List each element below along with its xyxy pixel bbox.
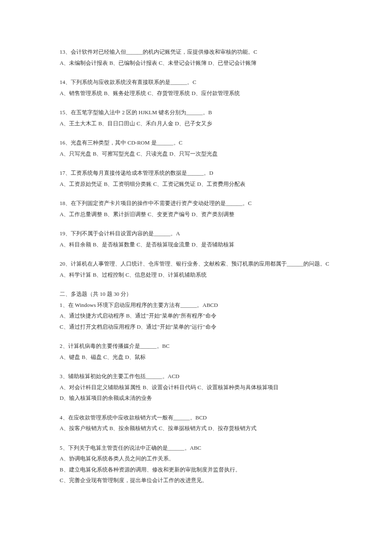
question-options: D、输入核算项目的余额或未清的业务 (60, 394, 332, 402)
question-block: 17、工资系统每月直接传递给成本管理系统的数据是______。DA、工资原始凭证… (60, 169, 332, 188)
question-options: A、按客户核销方式 B、按余额核销方式 C、按单据核销方式 D、按存货核销方式 (60, 424, 332, 433)
question-stem: 5、下列关于电算主管责任的说法中正确的是______。ABC (60, 444, 332, 452)
section-header: 二、多选题（共 10 题 30 分） (60, 290, 332, 298)
question-options: C、完善企业现有管理制度，提出单位会计工作的改进意见。 (60, 476, 332, 485)
question-block: 5、下列关于电算主管责任的说法中正确的是______。ABCA、协调电算化系统各… (60, 444, 332, 485)
question-stem: 13、会计软件对已经输入但______的机内记账凭证，应提供修改和审核的功能。C (60, 48, 332, 56)
question-options: B、建立电算化系统各种资源的调用、修改和更新的审批制度并监督执行。 (60, 465, 332, 474)
question-stem: 18、在下列固定资产卡片项目的操作中不需要进行资产变动处理的是______。C (60, 199, 332, 208)
question-block: 19、下列不属于会计科目设置内容的是______。AA、科目余额 B、是否核算数… (60, 229, 332, 249)
question-options: A、只写光盘 B、可擦写型光盘 C、只读光盘 D、只写一次型光盘 (60, 150, 332, 158)
question-options: A、工资原始凭证 B、工资明细分类账 C、工资记账凭证 D、工资费用分配表 (60, 180, 332, 188)
question-options: A、科目余额 B、是否核算数量 C、是否核算现金流量 D、是否辅助核算 (60, 240, 332, 249)
question-block: 14、下列系统与应收款系统没有直接联系的是______。CA、销售管理系统 B、… (60, 78, 332, 97)
question-stem: 15、在五笔字型输入法中 2 区的 HJKLM 键名分别为______。B (60, 108, 332, 117)
question-options: A、键盘 B、磁盘 C、光盘 D、鼠标 (60, 353, 332, 361)
question-block: 16、光盘有三种类型，其中 CD-ROM 是______。CA、只写光盘 B、可… (60, 139, 332, 158)
question-options: A、未编制会计报表 B、已编制会计报表 C、未登记会计账簿 D、已登记会计账簿 (60, 59, 332, 67)
question-stem: 1、在 Windows 环境下启动应用程序的主要方法有______。ABCD (60, 301, 332, 309)
question-block: 3、辅助核算初始化的主要工作包括______。ACDA、对会计科目定义辅助核算属… (60, 372, 332, 402)
question-stem: 20、计算机在人事管理、人口统计、仓库管理、银行业务、文献检索、预订机票的应用都… (60, 260, 332, 268)
question-stem: 2、计算机病毒的主要传播媒介是______。BC (60, 342, 332, 350)
question-options: C、通过打开文档启动应用程序 D、通过"开始"菜单的"运行"命令 (60, 323, 332, 331)
question-stem: 17、工资系统每月直接传递给成本管理系统的数据是______。D (60, 169, 332, 177)
question-stem: 14、下列系统与应收款系统没有直接联系的是______。C (60, 78, 332, 87)
question-block: 18、在下列固定资产卡片项目的操作中不需要进行资产变动处理的是______。CA… (60, 199, 332, 218)
question-options: A、通过快捷方式启动程序 B、通过"开始"菜单的"所有程序"命令 (60, 312, 332, 320)
question-options: A、协调电算化系统各类人员之间的工作关系。 (60, 454, 332, 463)
question-block: 20、计算机在人事管理、人口统计、仓库管理、银行业务、文献检索、预订机票的应用都… (60, 260, 332, 279)
question-options: A、对会计科目定义辅助核算属性 B、设置会计科目代码 C、设置核算种类与具体核算… (60, 383, 332, 392)
question-block: 13、会计软件对已经输入但______的机内记账凭证，应提供修改和审核的功能。C… (60, 48, 332, 67)
section-2: 二、多选题（共 10 题 30 分）1、在 Windows 环境下启动应用程序的… (60, 290, 332, 331)
question-options: A、王土大木工 B、目日口田山 C、禾白月人金 D、已子女又乡 (60, 119, 332, 128)
question-options: A、销售管理系统 B、账务处理系统 C、存货管理系统 D、应付款管理系统 (60, 89, 332, 98)
question-options: A、工作总量调整 B、累计折旧调整 C、变更资产编号 D、资产类别调整 (60, 210, 332, 219)
question-block: 15、在五笔字型输入法中 2 区的 HJKLM 键名分别为______。BA、王… (60, 108, 332, 127)
question-stem: 19、下列不属于会计科目设置内容的是______。A (60, 229, 332, 238)
question-block: 4、在应收款管理系统中应收款核销方式一般有______。BCDA、按客户核销方式… (60, 413, 332, 433)
question-stem: 16、光盘有三种类型，其中 CD-ROM 是______。C (60, 139, 332, 147)
question-stem: 4、在应收款管理系统中应收款核销方式一般有______。BCD (60, 413, 332, 422)
question-block: 2、计算机病毒的主要传播媒介是______。BCA、键盘 B、磁盘 C、光盘 D… (60, 342, 332, 361)
question-stem: 3、辅助核算初始化的主要工作包括______。ACD (60, 372, 332, 381)
question-options: A、科学计算 B、过程控制 C、信息处理 D、计算机辅助系统 (60, 271, 332, 279)
